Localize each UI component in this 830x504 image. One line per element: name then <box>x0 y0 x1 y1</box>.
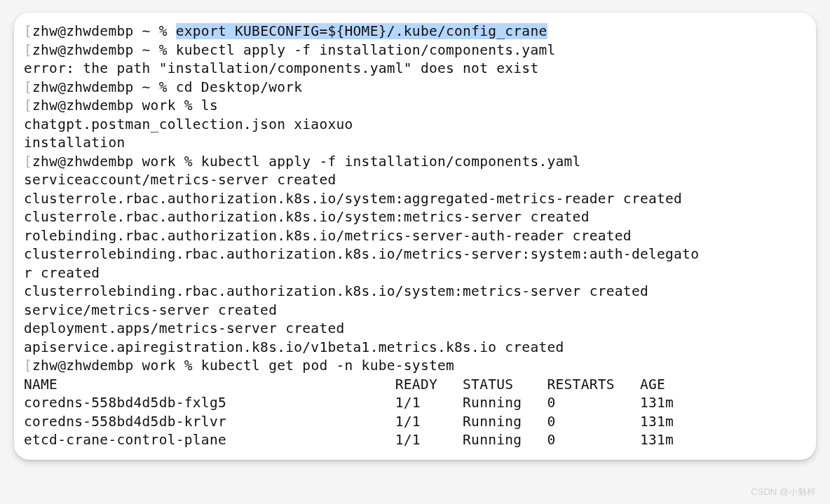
output-line: deployment.apps/metrics-server created <box>24 320 803 339</box>
output-line: clusterrole.rbac.authorization.k8s.io/sy… <box>24 208 803 227</box>
pod-table-header: NAME READY STATUS RESTARTS AGE <box>24 376 803 395</box>
shell-prompt-work: zhw@zhwdembp work % <box>32 154 201 170</box>
bracket: [ <box>24 42 32 58</box>
watermark: CSDN @小魅梓 <box>751 486 816 498</box>
shell-prompt-work: zhw@zhwdembp work % <box>32 97 201 114</box>
bracket: [ <box>24 97 32 114</box>
cmd-text: cd Desktop/work <box>176 79 303 95</box>
cmd-text: kubectl get pod -n kube-system <box>201 357 454 374</box>
terminal-line: [zhw@zhwdembp ~ % export KUBECONFIG=${HO… <box>24 22 803 41</box>
output-line: r created <box>24 264 803 283</box>
cmd-text: kubectl apply -f installation/components… <box>176 42 556 58</box>
shell-prompt-home: zhw@zhwdembp ~ % <box>32 79 176 95</box>
output-line: serviceaccount/metrics-server created <box>24 171 803 190</box>
shell-prompt-work: zhw@zhwdembp work % <box>32 357 201 374</box>
terminal-line: [zhw@zhwdembp work % kubectl apply -f in… <box>24 153 803 172</box>
highlighted-cmd: export KUBECONFIG=${HOME}/.kube/config_c… <box>176 23 547 39</box>
pod-table-row: coredns-558bd4d5db-fxlg5 1/1 Running 0 1… <box>24 394 803 413</box>
output-line: rolebinding.rbac.authorization.k8s.io/me… <box>24 227 803 246</box>
cmd-text: kubectl apply -f installation/components… <box>201 154 581 170</box>
pod-table-row: etcd-crane-control-plane 1/1 Running 0 1… <box>24 431 803 450</box>
output-line: clusterrole.rbac.authorization.k8s.io/sy… <box>24 190 803 209</box>
shell-prompt-home: zhw@zhwdembp ~ % <box>32 23 176 39</box>
output-line: clusterrolebinding.rbac.authorization.k8… <box>24 245 803 264</box>
output-line: apiservice.apiregistration.k8s.io/v1beta… <box>24 339 803 357</box>
cmd-text: ls <box>201 97 218 114</box>
terminal-window[interactable]: [zhw@zhwdembp ~ % export KUBECONFIG=${HO… <box>14 13 816 460</box>
terminal-line: [zhw@zhwdembp ~ % kubectl apply -f insta… <box>24 41 803 60</box>
output-line: clusterrolebinding.rbac.authorization.k8… <box>24 282 803 301</box>
terminal-line: [zhw@zhwdembp ~ % cd Desktop/work <box>24 79 803 97</box>
pod-table-row: coredns-558bd4d5db-krlvr 1/1 Running 0 1… <box>24 413 803 432</box>
bracket: [ <box>24 23 32 39</box>
bracket: [ <box>24 79 32 95</box>
output-line: service/metrics-server created <box>24 301 803 320</box>
bracket: [ <box>24 357 32 374</box>
shell-prompt-home: zhw@zhwdembp ~ % <box>32 42 176 58</box>
output-line: installation <box>24 134 803 153</box>
output-line: error: the path "installation/components… <box>24 60 803 79</box>
terminal-line: [zhw@zhwdembp work % ls <box>24 97 803 116</box>
terminal-line: [zhw@zhwdembp work % kubectl get pod -n … <box>24 357 803 376</box>
bracket: [ <box>24 154 32 170</box>
output-line: chatgpt.postman_collection.json xiaoxuo <box>24 116 803 135</box>
